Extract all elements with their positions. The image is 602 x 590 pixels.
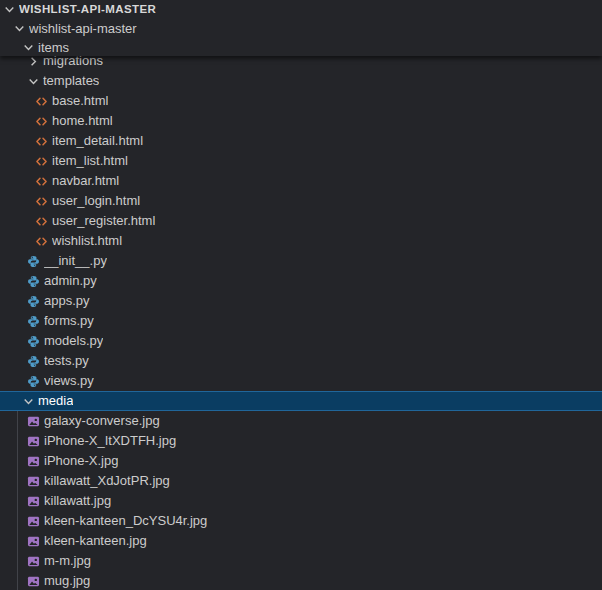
tree-file-kleen-kanteen-jpg[interactable]: kleen-kanteen.jpg bbox=[0, 531, 602, 551]
item-label: templates bbox=[43, 71, 99, 91]
item-label: killawatt.jpg bbox=[44, 491, 111, 511]
image-icon bbox=[27, 535, 40, 548]
python-icon bbox=[27, 355, 40, 368]
item-label: iPhone-X_ItXDTFH.jpg bbox=[44, 431, 176, 451]
image-icon bbox=[27, 415, 40, 428]
image-icon bbox=[27, 515, 40, 528]
chevron-down-icon[interactable] bbox=[13, 22, 26, 35]
html-icon bbox=[35, 175, 48, 188]
item-label: navbar.html bbox=[52, 171, 119, 191]
tree-file-forms-py[interactable]: forms.py bbox=[0, 311, 602, 331]
tree-file-user-register-html[interactable]: user_register.html bbox=[0, 211, 602, 231]
item-label: home.html bbox=[52, 111, 113, 131]
item-label: admin.py bbox=[44, 271, 97, 291]
indent-guide bbox=[17, 411, 18, 590]
item-label: base.html bbox=[52, 91, 108, 111]
image-icon bbox=[27, 435, 40, 448]
html-icon bbox=[35, 195, 48, 208]
item-label: galaxy-converse.jpg bbox=[44, 411, 160, 431]
sticky-scroll-headers: WISHLIST-API-MASTERwishlist-api-masterit… bbox=[0, 0, 602, 56]
tree-file-init-py[interactable]: __init__.py bbox=[0, 251, 602, 271]
tree-file-mug-jpg[interactable]: mug.jpg bbox=[0, 571, 602, 590]
item-label: m-m.jpg bbox=[44, 551, 91, 571]
chevron-down-icon[interactable] bbox=[22, 41, 35, 54]
image-icon bbox=[27, 555, 40, 568]
tree-file-item-list-html[interactable]: item_list.html bbox=[0, 151, 602, 171]
item-label: wishlist-api-master bbox=[29, 19, 137, 38]
python-icon bbox=[27, 295, 40, 308]
item-label: kleen-kanteen.jpg bbox=[44, 531, 147, 551]
tree-folder-items[interactable]: items bbox=[0, 38, 602, 57]
item-label: wishlist.html bbox=[52, 231, 122, 251]
tree-file-kleen-kanteen-dcysu4r-jpg[interactable]: kleen-kanteen_DcYSU4r.jpg bbox=[0, 511, 602, 531]
chevron-down-icon[interactable] bbox=[3, 3, 16, 16]
item-label: killawatt_XdJotPR.jpg bbox=[44, 471, 170, 491]
item-label: user_login.html bbox=[52, 191, 140, 211]
item-label: kleen-kanteen_DcYSU4r.jpg bbox=[44, 511, 207, 531]
item-label: forms.py bbox=[44, 311, 94, 331]
html-icon bbox=[35, 135, 48, 148]
chevron-down-icon[interactable] bbox=[27, 75, 40, 88]
tree-file-base-html[interactable]: base.html bbox=[0, 91, 602, 111]
item-label: tests.py bbox=[44, 351, 89, 371]
html-icon bbox=[35, 95, 48, 108]
tree-folder-media[interactable]: media bbox=[0, 391, 602, 411]
html-icon bbox=[35, 155, 48, 168]
tree-file-user-login-html[interactable]: user_login.html bbox=[0, 191, 602, 211]
explorer-sidebar: migrationstemplatesbase.htmlhome.htmlite… bbox=[0, 0, 602, 590]
tree-file-home-html[interactable]: home.html bbox=[0, 111, 602, 131]
item-label: iPhone-X.jpg bbox=[44, 451, 118, 471]
tree-file-wishlist-html[interactable]: wishlist.html bbox=[0, 231, 602, 251]
item-label: views.py bbox=[44, 371, 94, 391]
html-icon bbox=[35, 215, 48, 228]
item-label: mug.jpg bbox=[44, 571, 90, 590]
item-label: __init__.py bbox=[44, 251, 107, 271]
python-icon bbox=[27, 275, 40, 288]
python-icon bbox=[27, 335, 40, 348]
tree-file-apps-py[interactable]: apps.py bbox=[0, 291, 602, 311]
image-icon bbox=[27, 455, 40, 468]
tree-folder-templates[interactable]: templates bbox=[0, 71, 602, 91]
item-label: apps.py bbox=[44, 291, 90, 311]
html-icon bbox=[35, 235, 48, 248]
tree-file-models-py[interactable]: models.py bbox=[0, 331, 602, 351]
image-icon bbox=[27, 475, 40, 488]
item-label: item_detail.html bbox=[52, 131, 143, 151]
item-label: item_list.html bbox=[52, 151, 128, 171]
section-header-wishlist-api-master[interactable]: WISHLIST-API-MASTER bbox=[0, 0, 602, 19]
python-icon bbox=[27, 255, 40, 268]
python-icon bbox=[27, 375, 40, 388]
tree-file-galaxy-converse-jpg[interactable]: galaxy-converse.jpg bbox=[0, 411, 602, 431]
tree-file-item-detail-html[interactable]: item_detail.html bbox=[0, 131, 602, 151]
item-label: media bbox=[38, 391, 73, 411]
item-label: WISHLIST-API-MASTER bbox=[19, 0, 156, 19]
tree-file-tests-py[interactable]: tests.py bbox=[0, 351, 602, 371]
tree-file-killawatt-jpg[interactable]: killawatt.jpg bbox=[0, 491, 602, 511]
python-icon bbox=[27, 315, 40, 328]
item-label: user_register.html bbox=[52, 211, 155, 231]
tree-file-views-py[interactable]: views.py bbox=[0, 371, 602, 391]
tree-file-iphone-x-jpg[interactable]: iPhone-X.jpg bbox=[0, 451, 602, 471]
tree-folder-wishlist-api-master[interactable]: wishlist-api-master bbox=[0, 19, 602, 38]
image-icon bbox=[27, 575, 40, 588]
tree-file-iphone-x-itxdtfh-jpg[interactable]: iPhone-X_ItXDTFH.jpg bbox=[0, 431, 602, 451]
image-icon bbox=[27, 495, 40, 508]
tree-file-killawatt-xdjotpr-jpg[interactable]: killawatt_XdJotPR.jpg bbox=[0, 471, 602, 491]
tree-file-navbar-html[interactable]: navbar.html bbox=[0, 171, 602, 191]
chevron-down-icon[interactable] bbox=[22, 395, 35, 408]
item-label: items bbox=[38, 38, 69, 57]
tree-file-m-m-jpg[interactable]: m-m.jpg bbox=[0, 551, 602, 571]
tree-file-admin-py[interactable]: admin.py bbox=[0, 271, 602, 291]
item-label: models.py bbox=[44, 331, 103, 351]
html-icon bbox=[35, 115, 48, 128]
file-tree: migrationstemplatesbase.htmlhome.htmlite… bbox=[0, 51, 602, 590]
